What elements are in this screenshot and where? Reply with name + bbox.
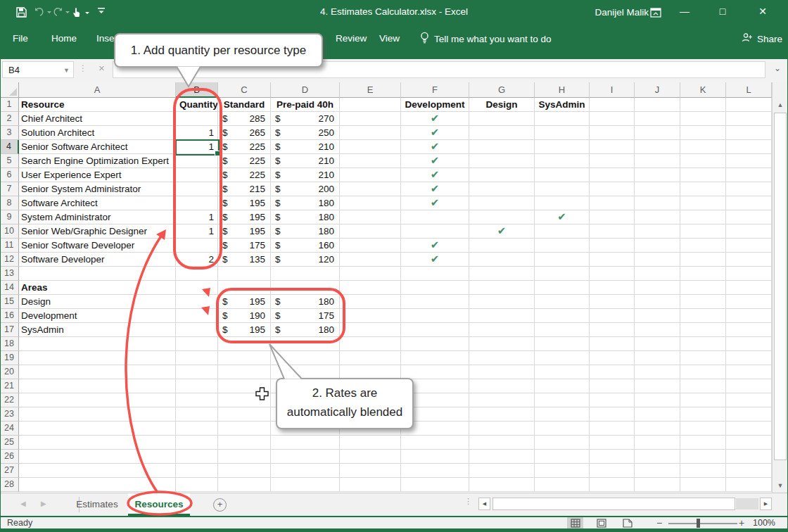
cell-L12[interactable] [726,253,772,267]
cell-I5[interactable] [590,154,635,168]
cell-H14[interactable] [535,281,590,295]
cell-H7[interactable] [535,182,590,196]
cell-J15[interactable] [635,295,680,309]
cell-I9[interactable] [590,210,635,224]
cell-J20[interactable] [635,365,680,379]
row-header-4[interactable]: 4 [0,140,19,154]
new-sheet-button[interactable]: + [213,498,227,512]
cell-L16[interactable] [726,309,772,323]
cell-A16[interactable]: Development [19,309,176,323]
checkmark-F11[interactable]: ✔ [401,239,469,253]
name-box[interactable]: B4 ▼ [2,61,74,78]
cell-E13[interactable] [340,267,401,281]
row-header-18[interactable]: 18 [0,337,19,351]
cell-B9[interactable]: 1 [176,210,218,224]
row-header-20[interactable]: 20 [0,365,19,379]
page-layout-view-icon[interactable] [593,517,609,528]
cell-C13[interactable] [218,267,271,281]
cell-I11[interactable] [590,239,635,253]
cell-C22[interactable] [218,393,271,407]
cell-A22[interactable] [19,393,176,407]
cell-C14[interactable] [218,281,271,295]
cell-B27[interactable] [176,464,218,478]
cell-L26[interactable] [726,450,772,464]
cell-E25[interactable] [340,436,401,450]
cell-B1[interactable]: Quantity [176,98,218,112]
cell-K2[interactable] [680,112,726,126]
minimize-button[interactable]: — [668,0,701,23]
cell-D4[interactable]: $210 [271,140,340,154]
cell-E3[interactable] [340,126,401,140]
cell-A12[interactable]: Software Developer [19,253,176,267]
vertical-scrollbar[interactable]: ▲ ▼ [772,82,788,493]
cell-A24[interactable] [19,422,176,436]
cell-E1[interactable] [340,98,401,112]
cell-J12[interactable] [635,253,680,267]
cell-D6[interactable]: $210 [271,168,340,182]
cell-H3[interactable] [535,126,590,140]
cell-D2[interactable]: $270 [271,112,340,126]
cell-K9[interactable] [680,210,726,224]
cell-K15[interactable] [680,295,726,309]
cell-B22[interactable] [176,393,218,407]
col-header-E[interactable]: E [340,82,401,98]
share-button[interactable]: Share [742,30,782,48]
undo-icon[interactable] [34,6,52,18]
cell-C21[interactable] [218,379,271,393]
cell-L11[interactable] [726,239,772,253]
cell-E12[interactable] [340,253,401,267]
cell-H20[interactable] [535,365,590,379]
cell-I24[interactable] [590,422,635,436]
cell-J27[interactable] [635,464,680,478]
cell-K28[interactable] [680,478,726,492]
cell-J11[interactable] [635,239,680,253]
cell-D15[interactable]: $180 [271,295,340,309]
cell-J1[interactable] [635,98,680,112]
cell-A11[interactable]: Senior Software Developer [19,239,176,253]
cell-K18[interactable] [680,337,726,351]
cell-G1[interactable]: Design [469,98,535,112]
cell-K11[interactable] [680,239,726,253]
cell-D19[interactable] [271,351,340,365]
cell-K20[interactable] [680,365,726,379]
zoom-out-button[interactable]: − [656,517,662,528]
cell-K22[interactable] [680,393,726,407]
cell-H5[interactable] [535,154,590,168]
zoom-level-label[interactable]: 100% [753,518,775,528]
next-sheet-icon[interactable]: ▶ [41,500,46,507]
row-header-2[interactable]: 2 [0,112,19,126]
cell-I19[interactable] [590,351,635,365]
col-header-G[interactable]: G [469,82,535,98]
cell-J19[interactable] [635,351,680,365]
cell-C26[interactable] [218,450,271,464]
cell-L9[interactable] [726,210,772,224]
checkmark-F4[interactable]: ✔ [401,140,469,154]
cell-G25[interactable] [469,436,535,450]
cell-A8[interactable]: Software Architect [19,196,176,210]
cell-D28[interactable] [271,478,340,492]
scroll-down-icon[interactable]: ▼ [775,480,786,491]
cell-E18[interactable] [340,337,401,351]
cell-E20[interactable] [340,365,401,379]
cell-B2[interactable] [176,112,218,126]
cell-J26[interactable] [635,450,680,464]
checkmark-G10[interactable]: ✔ [469,224,535,239]
cell-A14[interactable]: Areas [19,281,176,295]
cell-F28[interactable] [401,478,469,492]
scrollbar-drag-dots[interactable]: ⋮ [464,498,472,505]
cell-J3[interactable] [635,126,680,140]
cell-E7[interactable] [340,182,401,196]
cell-H24[interactable] [535,422,590,436]
expand-formula-bar-icon[interactable]: ⌄ [774,63,781,73]
tab-home[interactable]: Home [51,30,77,48]
cell-A28[interactable] [19,478,176,492]
cell-L2[interactable] [726,112,772,126]
cell-I2[interactable] [590,112,635,126]
cell-I27[interactable] [590,464,635,478]
cell-H4[interactable] [535,140,590,154]
cell-B11[interactable] [176,239,218,253]
cell-I13[interactable] [590,267,635,281]
cell-L10[interactable] [726,224,772,239]
cell-G28[interactable] [469,478,535,492]
cell-A23[interactable] [19,407,176,422]
